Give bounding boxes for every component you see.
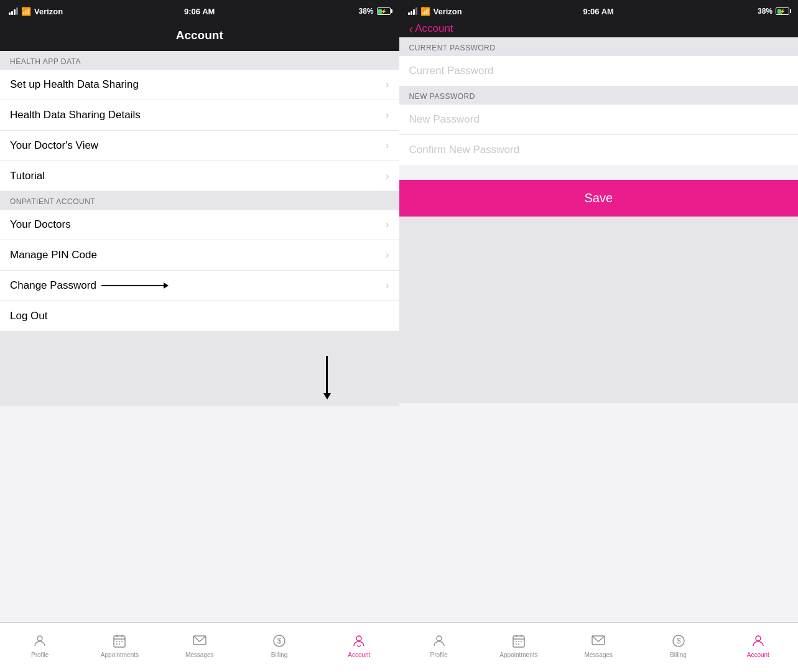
chevron-change-password: › [386,279,389,292]
back-button[interactable]: ‹ Account [409,22,453,36]
appointments-icon-right [510,632,527,650]
tab-label-appointments-right: Appointments [499,651,537,658]
list-item-setup-sharing[interactable]: Set up Health Data Sharing › [0,70,399,100]
battery-right: ⚡ [776,7,789,15]
list-item-your-doctors[interactable]: Your Doctors › [0,210,399,240]
current-password-container [399,56,799,86]
tab-profile-right[interactable]: Profile [399,632,479,658]
list-item-label-setup-sharing: Set up Health Data Sharing [10,78,139,91]
list-item-tutorial[interactable]: Tutorial › [0,161,399,191]
save-button[interactable]: Save [399,180,799,217]
tab-bar-right: Profile Appointments [399,622,799,672]
content-left: HEALTH APP DATA Set up Health Data Shari… [0,51,399,622]
status-left: 📶 Verizon [9,7,63,16]
time-right: 9:06 AM [583,7,614,16]
new-password-input[interactable] [399,105,799,135]
left-screen: 📶 Verizon 9:06 AM 38% ⚡ Account HEALTH [0,0,399,672]
chevron-tutorial: › [386,170,389,182]
time-left: 9:06 AM [184,7,215,16]
wifi-icon: 📶 [21,7,31,16]
profile-icon-right [430,632,448,650]
list-item-label-log-out: Log Out [10,310,48,322]
list-section-onpatient: Your Doctors › Manage PIN Code › Change … [0,210,399,331]
current-password-input[interactable] [399,56,799,86]
annotation-arrow-horizontal [101,282,169,289]
battery-left: ⚡ [377,7,391,15]
status-bar-right: 📶 Verizon 9:06 AM 38% ⚡ [399,0,799,22]
tab-appointments-left[interactable]: Appointments [80,632,159,658]
nav-header-right: ‹ Account [399,22,799,37]
svg-point-27 [756,636,761,641]
svg-point-0 [37,636,42,641]
tab-appointments-right[interactable]: Appointments [479,632,559,658]
chevron-doctors-view: › [386,139,389,152]
svg-point-14 [437,636,442,641]
spacer-bottom-left [0,331,399,343]
chevron-setup-sharing: › [386,78,389,91]
right-screen: 📶 Verizon 9:06 AM 38% ⚡ ‹ Account [399,0,799,672]
tab-messages-right[interactable]: Messages [559,632,638,658]
tab-label-appointments-left: Appointments [101,651,139,658]
section-header-health: HEALTH APP DATA [0,51,399,70]
list-item-label-change-password: Change Password [10,279,96,292]
content-right: CURRENT PASSWORD NEW PASSWORD Save [399,37,799,622]
tab-account-right[interactable]: Account [718,632,798,658]
chevron-manage-pin: › [386,249,389,261]
signal-bars-right [408,7,417,15]
svg-text:$: $ [277,637,282,645]
account-icon-left [350,632,368,650]
annotation-area [0,343,399,406]
tab-messages-left[interactable]: Messages [160,632,239,658]
confirm-password-input[interactable] [399,135,799,165]
tab-label-billing-left: Billing [271,651,288,658]
list-item-change-password[interactable]: Change Password › [0,271,399,301]
tab-label-messages-right: Messages [584,651,613,658]
battery-pct-right: 38% [758,7,772,16]
list-item-label-doctors-view: Your Doctor's View [10,139,98,152]
list-item-manage-pin[interactable]: Manage PIN Code › [0,240,399,271]
account-icon-right [749,632,767,650]
tab-bar-left: Profile Appointments [0,622,399,672]
profile-icon-left [31,632,49,650]
tab-account-left[interactable]: Account [319,632,399,658]
section-header-current-password: CURRENT PASSWORD [399,37,799,56]
list-section-health: Set up Health Data Sharing › Health Data… [0,70,399,191]
tab-billing-right[interactable]: $ Billing [638,632,718,658]
tab-label-profile-left: Profile [31,651,49,658]
section-header-onpatient: ONPATIENT ACCOUNT [0,191,399,210]
chevron-your-doctors: › [386,218,389,231]
tab-billing-left[interactable]: $ Billing [239,632,319,658]
nav-title-left: Account [176,29,223,42]
list-item-sharing-details[interactable]: Health Data Sharing Details › [0,100,399,131]
wifi-icon-right: 📶 [420,7,430,16]
list-item-doctors-view[interactable]: Your Doctor's View › [0,131,399,161]
carrier-left: Verizon [34,7,63,16]
tab-label-profile-right: Profile [430,651,447,658]
back-label: Account [415,22,453,35]
new-password-container [399,105,799,165]
tab-label-billing-right: Billing [670,651,687,658]
messages-icon-right [590,632,607,650]
status-right-left: 38% ⚡ [358,7,390,16]
svg-text:$: $ [676,637,680,645]
status-right-right: 38% ⚡ [758,7,789,16]
tab-label-messages-left: Messages [185,651,214,658]
status-bar-left: 📶 Verizon 9:06 AM 38% ⚡ [0,0,399,22]
section-header-new-password: NEW PASSWORD [399,86,799,105]
list-item-label-your-doctors: Your Doctors [10,218,71,231]
signal-bars [9,7,18,15]
billing-icon-right: $ [670,632,687,650]
nav-header-left: Account [0,22,399,51]
carrier-right: Verizon [434,7,462,16]
status-left-right: 📶 Verizon [408,7,462,16]
back-chevron-icon: ‹ [409,22,414,36]
list-item-log-out[interactable]: Log Out [0,301,399,331]
down-arrow-container [323,356,331,399]
list-item-label-tutorial: Tutorial [10,170,45,182]
tab-profile-left[interactable]: Profile [0,632,80,658]
svg-point-13 [356,636,361,641]
billing-icon-left: $ [271,632,288,650]
tab-label-account-left: Account [348,651,370,658]
list-item-label-sharing-details: Health Data Sharing Details [10,109,141,121]
list-item-label-manage-pin: Manage PIN Code [10,249,97,261]
